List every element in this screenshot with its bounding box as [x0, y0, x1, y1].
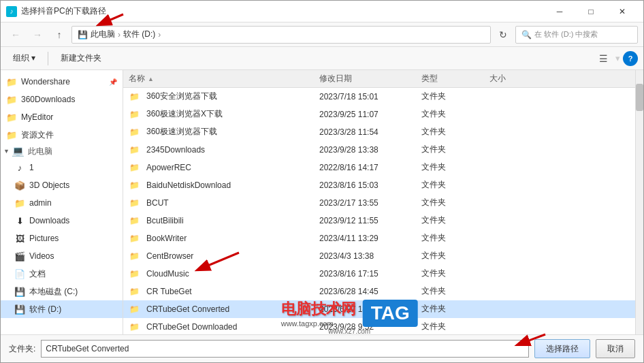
- sidebar-label-wondershare: Wondershare: [21, 77, 70, 86]
- window-controls: ─ □ ✕: [544, 1, 638, 22]
- file-date-0: 2023/7/18 15:01: [319, 92, 421, 101]
- disk-d-icon: 💾: [14, 304, 25, 315]
- docs-icon: 📄: [14, 268, 25, 279]
- sidebar-item-downloads[interactable]: ⬇ Downloads: [1, 212, 123, 230]
- folder-icon-row-9: 📁: [129, 251, 140, 262]
- folder-icon-row-7: 📁: [129, 215, 140, 226]
- file-date-11: 2023/6/28 14:45: [319, 287, 421, 296]
- file-row-8[interactable]: 📁 BookWriter 2023/4/11 13:29 文件夹: [123, 230, 635, 247]
- cancel-button[interactable]: 取消: [596, 339, 635, 358]
- file-type-4: 文件夹: [421, 161, 489, 173]
- sidebar-item-videos[interactable]: 🎬 Videos: [1, 247, 123, 265]
- refresh-button[interactable]: ↻: [494, 25, 513, 44]
- file-row-0[interactable]: 📁 360安全浏览器下载 2023/7/18 15:01 文件夹: [123, 88, 635, 106]
- sidebar-label-pictures: Pictures: [29, 234, 59, 243]
- back-button[interactable]: ←: [6, 25, 25, 44]
- folder-label: 文件夹:: [9, 343, 35, 355]
- toolbar-separator: [48, 52, 48, 65]
- folder-icon-row-10: 📁: [129, 268, 140, 279]
- col-name-header[interactable]: 名称 ▲: [129, 73, 319, 84]
- file-label-2: 360极速浏览器下载: [146, 126, 217, 138]
- sidebar-this-pc[interactable]: ▼ 💻 此电脑: [1, 144, 123, 159]
- sidebar-item-resources[interactable]: 📁 资源文件: [1, 126, 123, 144]
- file-row-5[interactable]: 📁 BaiduNetdiskDownload 2023/8/16 15:03 文…: [123, 176, 635, 194]
- folder-icon-row-13: 📁: [129, 321, 140, 332]
- sidebar-item-myeditor[interactable]: 📁 MyEditor: [1, 108, 123, 126]
- file-row-6[interactable]: 📁 BCUT 2023/2/17 13:55 文件夹: [123, 194, 635, 212]
- title-bar: ♪ 选择抖音PC的下载路径 ─ □ ✕: [1, 1, 643, 22]
- scrollbar-thumb[interactable]: [636, 84, 643, 111]
- minimize-button[interactable]: ─: [544, 1, 575, 22]
- select-path-button[interactable]: 选择路径: [534, 339, 590, 358]
- sidebar-item-music[interactable]: ♪ 1: [1, 159, 123, 176]
- col-date-header[interactable]: 修改日期: [319, 73, 421, 84]
- sidebar-label-admin: admin: [29, 198, 52, 208]
- file-row-7[interactable]: 📁 BcutBilibili 2023/9/12 11:55 文件夹: [123, 212, 635, 230]
- dialog-title: 选择抖音PC的下载路径: [21, 5, 544, 17]
- file-row-1[interactable]: 📁 360极速浏览器X下载 2023/9/25 11:07 文件夹: [123, 106, 635, 123]
- file-type-5: 文件夹: [421, 179, 489, 191]
- up-button[interactable]: ↑: [50, 25, 69, 44]
- file-type-9: 文件夹: [421, 250, 489, 262]
- app-icon: ♪: [6, 6, 17, 17]
- file-row-2[interactable]: 📁 360极速浏览器下载 2023/3/28 11:54 文件夹: [123, 123, 635, 141]
- file-row-3[interactable]: 📁 2345Downloads 2023/9/28 13:38 文件夹: [123, 141, 635, 159]
- sidebar-item-pictures[interactable]: 🖼 Pictures: [1, 230, 123, 247]
- drive-icon: 💾: [78, 30, 88, 40]
- file-type-10: 文件夹: [421, 268, 489, 279]
- 3d-icon: 📦: [14, 180, 25, 191]
- pin-icon: 📌: [109, 78, 117, 86]
- sidebar-item-wondershare[interactable]: 📁 Wondershare 📌: [1, 73, 123, 91]
- file-row-9[interactable]: 📁 CentBrowser 2023/4/3 13:38 文件夹: [123, 247, 635, 265]
- file-label-11: CR TubeGet: [146, 287, 192, 296]
- sidebar-label-3d: 3D Objects: [29, 180, 69, 190]
- scrollbar[interactable]: [635, 70, 643, 334]
- file-type-12: 文件夹: [421, 303, 489, 315]
- sidebar-item-local-disk[interactable]: 💾 本地磁盘 (C:): [1, 283, 123, 300]
- view-button[interactable]: ☰: [594, 49, 613, 68]
- col-type-header[interactable]: 类型: [421, 73, 489, 84]
- sidebar-item-360downloads[interactable]: 📁 360Downloads: [1, 91, 123, 108]
- forward-button[interactable]: →: [28, 25, 47, 44]
- col-size-header[interactable]: 大小: [489, 73, 544, 84]
- file-row-10[interactable]: 📁 CloudMusic 2023/8/16 17:15 文件夹: [123, 265, 635, 283]
- sidebar-item-admin[interactable]: 📁 admin: [1, 194, 123, 212]
- sidebar-label-resources: 资源文件: [21, 129, 54, 141]
- file-label-9: CentBrowser: [146, 251, 193, 261]
- sidebar-label-myeditor: MyEditor: [21, 112, 53, 122]
- maximize-button[interactable]: □: [575, 1, 607, 22]
- file-row-13[interactable]: 📁 CRTubeGet Downloaded 2023/9/28 9:52 文件…: [123, 318, 635, 334]
- sidebar-item-software-disk[interactable]: 💾 软件 (D:): [1, 300, 123, 318]
- sidebar-label-software-disk: 软件 (D:): [29, 304, 61, 315]
- folder-icon-row-1: 📁: [129, 109, 140, 120]
- pc-icon: 💻: [12, 145, 25, 157]
- file-label-7: BcutBilibili: [146, 216, 184, 225]
- organize-button[interactable]: 组织 ▾: [6, 50, 42, 67]
- file-row-4[interactable]: 📁 ApowerREC 2022/8/16 14:17 文件夹: [123, 159, 635, 176]
- sidebar-item-3d-objects[interactable]: 📦 3D Objects: [1, 176, 123, 194]
- file-row-12[interactable]: 📁 CRTubeGet Converted 2023/6/27 14:55 文件…: [123, 300, 635, 318]
- file-row-11[interactable]: 📁 CR TubeGet 2023/6/28 14:45 文件夹: [123, 283, 635, 300]
- sort-icon: ▲: [148, 76, 154, 82]
- folder-input[interactable]: [41, 340, 529, 358]
- search-box[interactable]: 🔍 在 软件 (D:) 中搜索: [515, 26, 638, 44]
- new-folder-button[interactable]: 新建文件夹: [54, 50, 108, 67]
- sidebar-item-documents[interactable]: 📄 文档: [1, 265, 123, 283]
- file-date-10: 2023/8/16 17:15: [319, 269, 421, 279]
- help-button[interactable]: ?: [623, 51, 638, 66]
- file-type-13: 文件夹: [421, 321, 489, 332]
- file-date-13: 2023/9/28 9:52: [319, 322, 421, 332]
- address-path[interactable]: 💾 此电脑 › 软件 (D:) ›: [71, 26, 491, 44]
- file-label-4: ApowerREC: [146, 163, 191, 172]
- file-date-8: 2023/4/11 13:29: [319, 234, 421, 243]
- file-date-6: 2023/2/17 13:55: [319, 198, 421, 208]
- file-label-13: CRTubeGet Downloaded: [146, 322, 237, 332]
- col-size-label: 大小: [489, 74, 506, 83]
- close-button[interactable]: ✕: [607, 1, 638, 22]
- file-label-5: BaiduNetdiskDownload: [146, 180, 231, 190]
- folder-icon-row-5: 📁: [129, 180, 140, 191]
- view-divider: ▾: [615, 53, 620, 63]
- file-label-6: BCUT: [146, 198, 169, 208]
- file-label-1: 360极速浏览器X下载: [146, 108, 223, 120]
- bottom-buttons: 选择路径 取消: [534, 339, 635, 358]
